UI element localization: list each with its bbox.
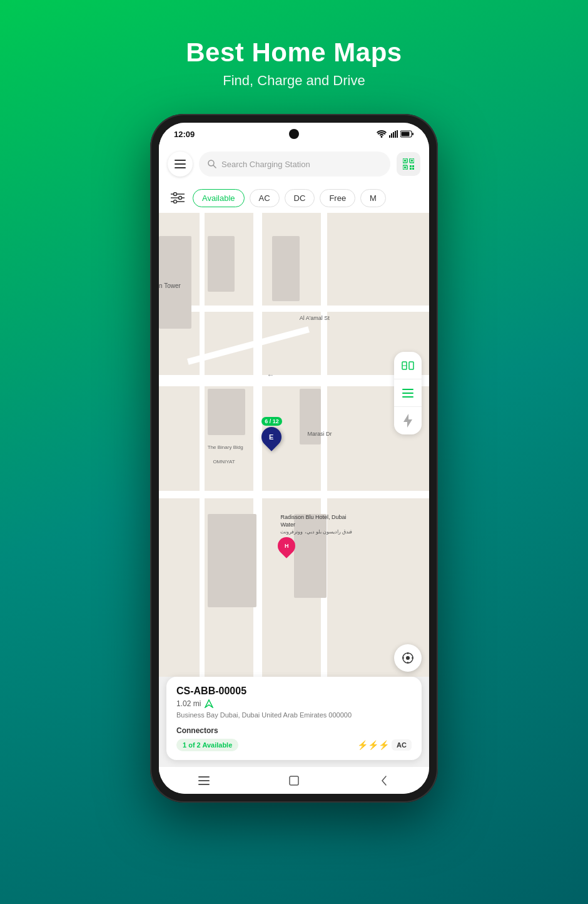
wifi-icon [377,130,387,138]
svg-rect-22 [412,168,414,170]
pin-availability-badge: 6 / 12 [261,417,282,426]
nav-hamburger-icon [198,776,210,785]
status-icons [377,130,414,138]
filter-m[interactable]: M [360,189,386,207]
building-2 [208,236,235,292]
svg-line-12 [213,165,216,168]
hotel-name-en: Radisson Blu Hotel, Dubai Water [280,514,355,528]
filter-available[interactable]: Available [193,189,245,207]
station-id: CS-ABB-00005 [176,686,412,697]
svg-rect-18 [404,167,406,168]
filter-dc[interactable]: DC [285,189,315,207]
search-bar[interactable]: Search Charging Station [199,152,390,177]
station-pin-hotel[interactable]: H [278,537,295,555]
app-subtitle: Find, Charge and Drive [186,73,402,89]
station-card[interactable]: CS-ABB-00005 1.02 mi Business Bay Dubai,… [166,677,422,760]
battery-icon [400,130,414,138]
connector-type: ⚡⚡⚡ AC [357,739,412,751]
station-address: Business Bay Dubai, Dubai United Arab Em… [176,711,412,720]
camera-notch [289,129,299,139]
map-label-street: Al A'amal St [300,315,330,321]
station-pin-main[interactable]: 6 / 12 E [261,417,282,447]
phone-screen: 12:09 [159,123,429,794]
bottom-navigation [159,766,429,794]
svg-rect-46 [290,776,298,785]
header-section: Best Home Maps Find, Charge and Drive [186,38,402,89]
plug-icon: ⚡⚡⚡ [357,740,389,750]
svg-rect-4 [397,130,398,138]
nav-home-button[interactable] [281,769,307,792]
building-4 [208,514,256,607]
qr-icon [403,158,414,170]
svg-point-28 [174,200,177,203]
filter-free[interactable]: Free [320,189,355,207]
availability-badge: 1 of 2 Available [176,739,238,751]
station-distance: 1.02 mi [176,699,412,708]
road-vertical-2 [321,213,327,677]
lightning-button[interactable] [394,407,422,434]
map-label-binary: The Binary Bldg [208,444,243,450]
lightning-icon [403,414,412,428]
connectors-label: Connectors [176,726,412,735]
svg-rect-34 [402,396,413,398]
filter-bar: Available AC DC Free M [159,183,429,213]
road-vertical-1 [253,213,262,677]
svg-rect-8 [175,160,186,161]
svg-rect-0 [389,135,390,138]
svg-marker-35 [403,414,412,428]
svg-rect-20 [412,165,414,167]
svg-rect-14 [404,160,406,162]
road-vertical-3 [200,213,205,677]
hotel-pin-body: H [274,534,299,559]
svg-rect-1 [391,133,392,138]
connector-ac-tag: AC [392,739,412,751]
app-title: Best Home Maps [186,38,402,68]
search-icon [208,160,216,168]
hotel-pin-code: H [285,543,289,549]
hamburger-icon [175,160,186,168]
filter-adjust-icon[interactable] [168,188,188,208]
list-icon [402,389,413,398]
nav-home-icon [288,775,300,786]
navigate-icon [205,699,213,708]
location-button[interactable] [394,644,422,672]
building-3 [208,389,245,435]
map-icon [402,359,414,372]
filter-ac[interactable]: AC [250,189,280,207]
connectors-row: 1 of 2 Available ⚡⚡⚡ AC [176,739,412,751]
svg-point-24 [174,193,177,196]
map-label-marasi: Marasi Dr [308,431,332,437]
qr-button[interactable] [397,152,420,176]
svg-rect-33 [402,393,413,394]
svg-rect-16 [411,160,413,162]
nav-menu-button[interactable] [191,769,216,792]
map-label-omniyat: OMNIYAT [213,459,235,465]
sliders-icon [171,192,185,203]
nav-back-icon [380,775,388,786]
map-view-button[interactable] [394,352,422,379]
location-icon [402,652,414,664]
svg-rect-44 [198,780,210,781]
hotel-label: Radisson Blu Hotel, Dubai Water فندق راد… [280,514,355,535]
list-view-button[interactable] [394,379,422,407]
phone-mockup: 12:09 [150,114,438,803]
svg-rect-7 [412,133,413,135]
building-6 [272,236,299,301]
pin-body: E [258,423,286,451]
signal-icon [389,130,398,138]
menu-button[interactable] [168,152,193,177]
svg-rect-43 [198,776,210,778]
nav-back-button[interactable] [372,769,397,792]
map-right-buttons [394,352,422,434]
map-label-tower: n Tower [159,282,181,289]
status-bar: 12:09 [159,123,429,145]
svg-marker-42 [205,700,213,707]
search-area: Search Charging Station [159,145,429,183]
svg-rect-10 [175,167,186,168]
svg-rect-30 [409,362,413,369]
pin-code: E [270,433,274,441]
svg-rect-2 [393,132,394,138]
svg-rect-19 [410,165,412,167]
svg-rect-3 [395,131,396,138]
map-area[interactable]: Al A'amal St Marasi Dr n Tower The Binar… [159,213,429,677]
